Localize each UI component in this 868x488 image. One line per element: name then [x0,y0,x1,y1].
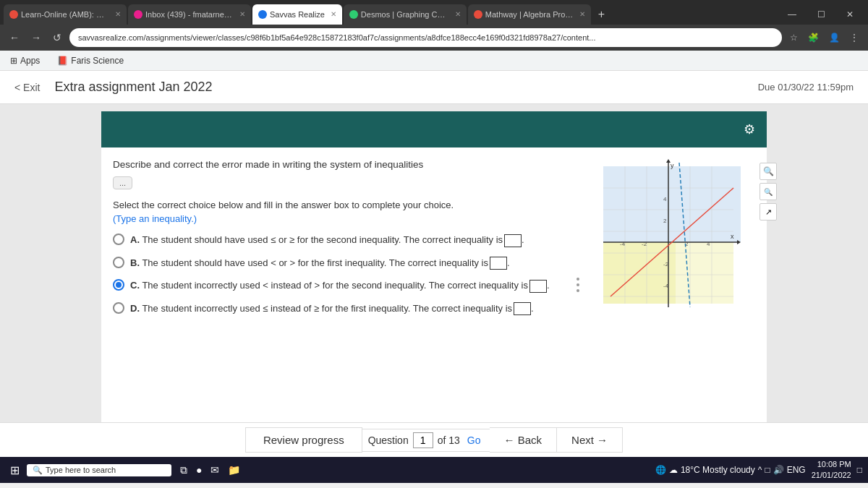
tab-5-close[interactable]: ✕ [579,10,585,18]
svg-rect-1 [603,166,741,242]
settings-icon[interactable]: ⚙ [744,121,755,137]
weather-label: 18°C Mostly cloudy [681,465,755,475]
svg-text:4: 4 [663,196,667,202]
choice-c[interactable]: C. The student incorrectly used < instea… [113,278,553,293]
prompt-dots[interactable]: ... [113,176,132,189]
due-date: Due 01/30/22 11:59pm [758,82,854,93]
taskbar: ⊞ 🔍 Type here to search ⧉ ● ✉ 📁 🌐 ☁ 18°C… [0,457,868,483]
answer-box-b[interactable] [490,257,507,270]
display-icon[interactable]: □ [765,465,770,475]
bookmark-faris-science[interactable]: 📕 Faris Science [53,54,128,67]
address-bar[interactable]: savvasrealize.com/assignments/viewer/cla… [69,28,782,47]
radio-c[interactable] [113,279,124,291]
tab-1-icon [9,10,18,19]
bottom-nav: Review progress Question of 13 Go ← Back… [0,422,868,457]
radio-d[interactable] [113,302,124,314]
chevron-icon[interactable]: ^ [758,465,762,475]
exit-label: < Exit [14,82,40,93]
refresh-button[interactable]: ↺ [49,30,65,46]
menu-icon[interactable]: ⋮ [846,30,862,45]
exit-button[interactable]: < Exit [14,82,40,93]
tab-5[interactable]: Mathway | Algebra Probl... ✕ [468,4,591,25]
network-icon[interactable]: 🌐 [655,465,666,475]
tab-4[interactable]: Desmos | Graphing Calcu... ✕ [344,4,467,25]
search-icon: 🔍 [33,466,43,475]
answer-box-a[interactable] [504,234,522,247]
content-wrapper: ⚙ Describe and correct the error made in… [101,111,767,422]
tab-2[interactable]: Inbox (439) - fmatarneh2... ✕ [128,4,251,25]
choice-d[interactable]: D. The student incorrectly used ≤ instea… [113,301,553,316]
question-body: Describe and correct the error made in w… [101,147,767,422]
chrome-icon[interactable]: ● [193,463,205,477]
tab-1-label: Learn-Online (AMB): Das... [21,10,109,19]
svg-text:-4: -4 [620,241,626,247]
svg-rect-2 [676,242,733,304]
zoom-out-button[interactable]: 🔍 [760,183,777,200]
speaker-icon[interactable]: 🔊 [773,465,784,475]
divider-bar[interactable] [571,159,584,411]
back-nav-button[interactable]: ← [6,30,23,46]
language-label: ENG [787,465,806,475]
review-progress-button[interactable]: Review progress [245,427,362,453]
taskbar-search-box[interactable]: 🔍 Type here to search [27,464,171,476]
answer-box-d[interactable] [514,302,531,315]
address-text: savvasrealize.com/assignments/viewer/cla… [78,33,595,42]
extension-icon[interactable]: 🧩 [804,30,822,45]
forward-nav-button[interactable]: → [27,30,45,46]
tab-4-close[interactable]: ✕ [455,10,461,18]
app-header: < Exit Extra assignment Jan 2022 Due 01/… [0,71,868,104]
maximize-button[interactable]: ☐ [807,2,835,27]
choice-a[interactable]: A. The student should have used ≤ or ≥ f… [113,233,553,247]
minimize-button[interactable]: — [778,2,807,27]
taskbar-icons: ⧉ ● ✉ 📁 [177,463,243,478]
search-placeholder: Type here to search [46,466,116,474]
radio-a[interactable] [113,234,124,245]
tab-1-close[interactable]: ✕ [115,10,121,18]
next-button[interactable]: Next → [557,427,623,453]
radio-b[interactable] [113,257,124,268]
taskbar-time[interactable]: 10:08 PM 21/01/2022 [812,459,851,481]
address-bar-row: ← → ↺ savvasrealize.com/assignments/view… [0,25,868,51]
tab-2-label: Inbox (439) - fmatarneh2... [145,10,234,19]
tab-3-label: Savvas Realize [270,10,325,19]
choice-d-text: D. The student incorrectly used ≤ instea… [130,301,553,316]
zoom-in-button[interactable]: 🔍 [760,163,777,180]
page-title: Extra assignment Jan 2022 [54,80,212,95]
tab-4-label: Desmos | Graphing Calcu... [361,10,449,19]
choice-b-text: B. The student should have used < or > f… [130,256,553,270]
profile-icon[interactable]: 👤 [825,30,843,45]
tab-1[interactable]: Learn-Online (AMB): Das... ✕ [4,4,127,25]
bookmark-icon[interactable]: ☆ [786,30,801,45]
choice-c-text: C. The student incorrectly used < instea… [130,278,553,293]
tab-3[interactable]: Savvas Realize ✕ [252,4,342,25]
start-button[interactable]: ⊞ [6,461,24,480]
bookmarks-bar: ⊞ Apps 📕 Faris Science [0,51,868,71]
graph-tools: 🔍 🔍 ↗ [760,163,777,221]
close-button[interactable]: ✕ [835,2,864,27]
notification-icon[interactable]: □ [857,465,862,475]
file-icon[interactable]: 📁 [225,463,243,477]
back-button[interactable]: ← Back [490,427,558,453]
go-button[interactable]: Go [464,435,484,446]
tab-3-close[interactable]: ✕ [331,10,336,18]
tab-5-icon [474,10,482,19]
external-link-button[interactable]: ↗ [760,203,777,221]
apps-label: Apps [20,56,40,66]
question-number-input[interactable] [413,432,433,448]
outer-content: ⚙ Describe and correct the error made in… [0,104,868,422]
svg-text:x: x [731,233,734,240]
tab-2-close[interactable]: ✕ [239,10,245,18]
bookmark-apps[interactable]: ⊞ Apps [6,54,44,67]
weather-icon: ☁ [669,465,678,475]
choice-b[interactable]: B. The student should have used < or > f… [113,256,553,270]
svg-text:2: 2 [663,218,667,224]
extension-icons: ☆ 🧩 👤 ⋮ [786,30,862,45]
question-right: x y 2 -2 2 -2 4 -4 4 -4 [596,159,755,411]
date-display: 21/01/2022 [812,470,851,481]
instruction-type: (Type an inequality.) [113,213,553,224]
radio-c-inner [116,282,122,288]
new-tab-button[interactable]: + [592,8,610,21]
answer-box-c[interactable] [529,280,547,293]
taskview-icon[interactable]: ⧉ [177,463,190,478]
mail-icon[interactable]: ✉ [208,463,222,477]
